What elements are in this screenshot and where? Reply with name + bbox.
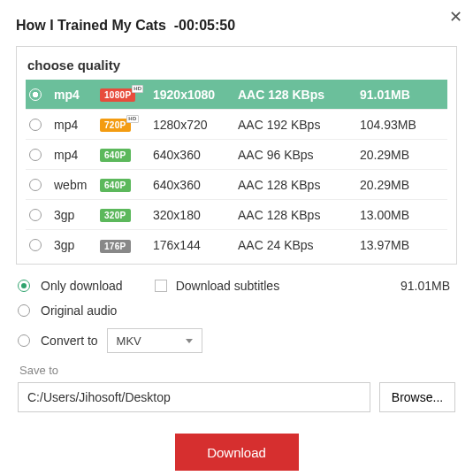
quality-badge: 640P — [100, 179, 131, 192]
selected-size: 91.01MB — [401, 279, 455, 293]
original-audio-label: Original audio — [41, 303, 117, 318]
convert-to-label: Convert to — [41, 334, 98, 348]
quality-badge-cell: 640P — [100, 177, 153, 192]
format-label: 3gp — [54, 208, 100, 222]
format-label: 3gp — [54, 238, 100, 252]
quality-badge: 720P — [100, 119, 131, 132]
quality-badge-cell: 320P — [100, 207, 153, 222]
resolution-label: 640x360 — [153, 148, 238, 162]
audio-label: AAC 96 KBps — [238, 148, 360, 162]
quality-row[interactable]: 3gp176P176x144AAC 24 KBps13.97MB — [26, 230, 447, 260]
quality-badge: 1080P — [100, 88, 135, 102]
quality-badge-cell: 720P — [100, 117, 153, 132]
close-icon[interactable]: ✕ — [449, 7, 462, 27]
resolution-label: 640x360 — [153, 178, 238, 192]
quality-radio[interactable] — [29, 88, 42, 101]
size-label: 91.01MB — [360, 88, 431, 102]
size-label: 20.29MB — [360, 178, 431, 192]
quality-row[interactable]: webm640P640x360AAC 128 KBps20.29MB — [26, 170, 447, 200]
quality-radio[interactable] — [29, 149, 42, 161]
save-to-label: Save to — [19, 364, 455, 377]
audio-label: AAC 128 KBps — [238, 208, 360, 222]
quality-panel: choose quality mp41080P1920x1080AAC 128 … — [16, 46, 457, 265]
quality-badge: 176P — [100, 240, 131, 253]
quality-radio[interactable] — [29, 119, 42, 131]
original-audio-radio[interactable] — [18, 304, 30, 317]
resolution-label: 1280x720 — [153, 118, 238, 132]
format-label: webm — [54, 178, 100, 192]
quality-row[interactable]: mp4640P640x360AAC 96 KBps20.29MB — [26, 140, 447, 170]
dialog-title: How I Trained My Cats -00:05:50 — [16, 18, 457, 34]
audio-label: AAC 192 KBps — [238, 118, 360, 132]
size-label: 13.00MB — [360, 208, 431, 222]
format-label: mp4 — [54, 118, 100, 132]
quality-row[interactable]: 3gp320P320x180AAC 128 KBps13.00MB — [26, 200, 447, 230]
resolution-label: 1920x1080 — [153, 88, 238, 102]
quality-heading: choose quality — [26, 56, 447, 80]
only-download-radio[interactable] — [18, 280, 30, 292]
browse-button[interactable]: Browse... — [379, 382, 455, 412]
resolution-label: 176x144 — [153, 238, 238, 252]
quality-row[interactable]: mp41080P1920x1080AAC 128 KBps91.01MB — [26, 80, 447, 110]
only-download-label: Only download — [41, 279, 123, 293]
quality-badge: 320P — [100, 209, 131, 222]
quality-badge-cell: 640P — [100, 147, 153, 162]
format-label: mp4 — [54, 88, 100, 102]
quality-badge-cell: 176P — [100, 238, 153, 253]
save-path-input[interactable] — [18, 382, 370, 412]
convert-format-select[interactable]: MKV — [107, 328, 202, 353]
size-label: 20.29MB — [360, 148, 431, 162]
resolution-label: 320x180 — [153, 208, 238, 222]
download-subtitles-checkbox[interactable] — [155, 280, 167, 292]
quality-badge-cell: 1080P — [100, 87, 153, 102]
quality-badge: 640P — [100, 149, 131, 162]
download-button[interactable]: Download — [175, 434, 299, 471]
convert-to-radio[interactable] — [18, 334, 30, 347]
quality-row[interactable]: mp4720P1280x720AAC 192 KBps104.93MB — [26, 110, 447, 140]
quality-radio[interactable] — [29, 179, 42, 191]
video-duration: -00:05:50 — [174, 18, 235, 33]
format-label: mp4 — [54, 148, 100, 162]
quality-radio[interactable] — [29, 209, 42, 221]
size-label: 104.93MB — [360, 118, 431, 132]
video-title: How I Trained My Cats — [16, 18, 166, 33]
audio-label: AAC 24 KBps — [238, 238, 360, 252]
size-label: 13.97MB — [360, 238, 431, 252]
audio-label: AAC 128 KBps — [238, 178, 360, 192]
download-subtitles-label: Download subtitles — [176, 279, 280, 293]
audio-label: AAC 128 KBps — [238, 88, 360, 102]
chevron-down-icon — [186, 339, 193, 343]
convert-format-value: MKV — [117, 334, 141, 348]
quality-radio[interactable] — [29, 239, 42, 251]
